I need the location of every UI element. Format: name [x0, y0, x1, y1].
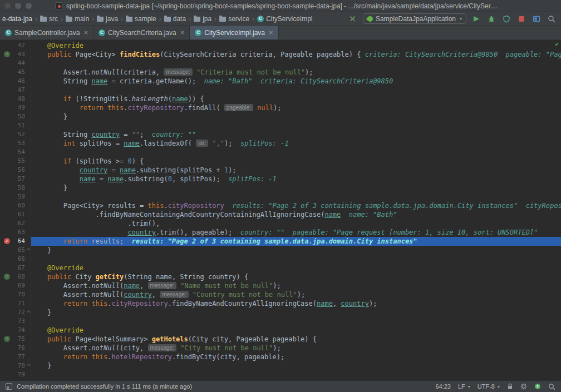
fold-column[interactable] — [27, 344, 31, 353]
gutter[interactable] — [0, 308, 13, 317]
code-text[interactable] — [31, 59, 561, 68]
gutter[interactable] — [0, 281, 13, 290]
fold-column[interactable] — [27, 201, 31, 210]
gutter[interactable] — [0, 255, 13, 264]
gutter[interactable] — [0, 264, 13, 272]
code-text[interactable]: if (splitPos >= 0) { — [31, 157, 561, 166]
code-text[interactable]: public City getCity(String name, String … — [31, 272, 561, 281]
gutter[interactable] — [0, 326, 13, 335]
coverage-button[interactable] — [501, 14, 511, 24]
code-line-77[interactable]: 77 return this.hotelRepository.findByCit… — [0, 353, 561, 361]
gutter[interactable]: ↑ — [0, 272, 13, 281]
fold-column[interactable] — [27, 103, 31, 112]
code-text[interactable]: @Override — [31, 41, 561, 50]
code-text[interactable]: return this.cityRepository.findAll( page… — [31, 103, 561, 112]
fold-column[interactable] — [27, 112, 31, 121]
code-line-66[interactable]: 66 — [0, 255, 561, 264]
code-line-72[interactable]: 72 } — [0, 308, 561, 317]
zoom-button[interactable] — [26, 3, 32, 9]
code-text[interactable]: public Page<City> findCities(CitySearchC… — [31, 50, 561, 59]
implements-method-icon[interactable]: ↑ — [4, 274, 10, 280]
gutter[interactable]: ✓ — [0, 237, 13, 246]
fold-column[interactable] — [27, 210, 31, 219]
code-text[interactable]: } — [31, 246, 561, 255]
fold-column[interactable] — [27, 317, 31, 326]
code-line-47[interactable]: 47 — [0, 86, 561, 95]
code-line-49[interactable]: 49 return this.cityRepository.findAll( p… — [0, 103, 561, 112]
gutter[interactable] — [0, 344, 13, 353]
breadcrumb-item-jpa[interactable]: jpa — [193, 15, 213, 23]
code-line-71[interactable]: 71 return this.cityRepository.findByName… — [0, 299, 561, 308]
code-line-63[interactable]: 63 country.trim(), pageable); country: "… — [0, 228, 561, 237]
code-line-69[interactable]: 69 Assert.notNull(name, message: "Name m… — [0, 281, 561, 290]
code-text[interactable]: return results; results: "Page 2 of 3 co… — [31, 237, 561, 246]
code-line-68[interactable]: ↑68 public City getCity(String name, Str… — [0, 272, 561, 281]
gutter[interactable] — [0, 290, 13, 299]
gutter[interactable] — [0, 59, 13, 68]
code-line-56[interactable]: 56 country = name.substring(splitPos + 1… — [0, 166, 561, 175]
code-text[interactable]: @Override — [31, 264, 561, 272]
breadcrumb-item-data[interactable]: data — [163, 15, 187, 23]
close-icon[interactable]: × — [83, 28, 88, 37]
fold-column[interactable] — [27, 228, 31, 237]
code-line-79[interactable]: 79 — [0, 370, 561, 379]
breadcrumb-item-e-data-jpa[interactable]: e-data-jpa — [1, 15, 33, 23]
implements-method-icon[interactable]: ↑ — [4, 51, 10, 57]
fold-column[interactable] — [27, 121, 31, 130]
fold-column[interactable] — [27, 148, 31, 157]
fold-column[interactable] — [27, 192, 31, 201]
code-text[interactable]: Assert.notNull(city, message: "City must… — [31, 344, 561, 353]
code-text[interactable] — [31, 370, 561, 379]
code-line-46[interactable]: 46 String name = criteria.getName(); nam… — [0, 77, 561, 86]
fold-column[interactable] — [27, 264, 31, 272]
code-line-44[interactable]: 44 — [0, 59, 561, 68]
gutter[interactable] — [0, 246, 13, 255]
tool-windows-button[interactable] — [532, 14, 542, 24]
code-line-73[interactable]: 73 — [0, 317, 561, 326]
close-icon[interactable]: × — [269, 28, 273, 37]
gutter[interactable] — [0, 41, 13, 50]
code-line-53[interactable]: 53 int splitPos = name.lastIndexOf( str:… — [0, 139, 561, 148]
fold-column[interactable] — [27, 157, 31, 166]
gutter[interactable] — [0, 361, 13, 370]
breadcrumb-item-service[interactable]: service — [218, 15, 250, 23]
run-button[interactable] — [471, 14, 481, 24]
gutter[interactable] — [0, 68, 13, 77]
fold-column[interactable] — [27, 335, 31, 344]
gutter[interactable] — [0, 148, 13, 157]
breadcrumb-item-sample[interactable]: sample — [125, 15, 158, 23]
breadcrumb-item-src[interactable]: src — [39, 15, 59, 23]
gutter[interactable]: ↑ — [0, 50, 13, 59]
gutter[interactable] — [0, 317, 13, 326]
code-text[interactable]: String name = criteria.getName(); name: … — [31, 77, 561, 86]
breadcrumb-item-java[interactable]: java — [96, 15, 119, 23]
debug-button[interactable] — [486, 14, 496, 24]
code-line-61[interactable]: 61 .findByNameContainingAndCountryContai… — [0, 210, 561, 219]
caret-position[interactable]: 64:23 — [435, 383, 451, 390]
fold-column[interactable] — [27, 130, 31, 139]
code-line-64[interactable]: ✓64 return results; results: "Page 2 of … — [0, 237, 561, 246]
update-icon[interactable] — [534, 383, 541, 390]
code-line-74[interactable]: 74 @Override — [0, 326, 561, 335]
close-button[interactable] — [4, 3, 11, 9]
code-text[interactable]: return this.hotelRepository.findByCity(c… — [31, 353, 561, 361]
code-text[interactable]: public Page<HotelSummary> getHotels(City… — [31, 335, 561, 344]
fold-column[interactable] — [27, 41, 31, 50]
build-project-button[interactable] — [348, 14, 358, 24]
fold-column[interactable] — [27, 166, 31, 175]
code-text[interactable]: .findByNameContainingAndCountryContainin… — [31, 210, 561, 219]
gutter[interactable] — [0, 201, 13, 210]
code-line-59[interactable]: 59 — [0, 192, 561, 201]
fold-column[interactable] — [27, 272, 31, 281]
implements-method-icon[interactable]: ↑ — [4, 336, 10, 342]
fold-column[interactable] — [27, 95, 31, 103]
fold-column[interactable] — [27, 246, 31, 255]
code-text[interactable]: } — [31, 361, 561, 370]
close-icon[interactable]: × — [180, 28, 185, 37]
fold-column[interactable] — [27, 326, 31, 335]
fold-column[interactable] — [27, 290, 31, 299]
code-text[interactable]: String country = ""; country: "" — [31, 130, 561, 139]
code-text[interactable]: .trim(), — [31, 219, 561, 228]
gear-icon[interactable] — [520, 383, 527, 390]
gutter[interactable] — [0, 130, 13, 139]
